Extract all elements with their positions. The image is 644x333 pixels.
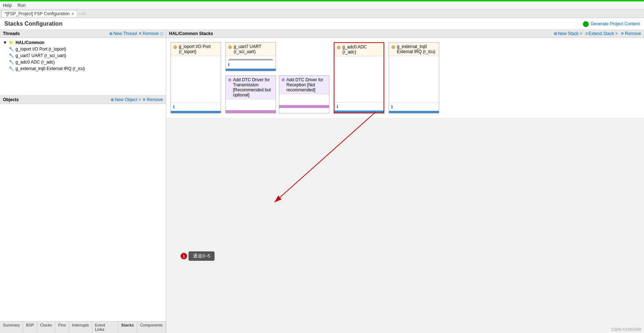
dtc-rx-footer <box>279 105 329 108</box>
tab-event-links[interactable]: Event Links <box>92 321 118 333</box>
remove-thread-button[interactable]: ✕ Remove <box>138 31 159 36</box>
menu-run[interactable]: Run <box>18 3 26 8</box>
tab-pins[interactable]: Pins <box>55 321 69 333</box>
threads-section-header: Threads ⊕ New Thread ✕ Remove □ <box>0 30 166 38</box>
new-object-button[interactable]: ⊕ New Object > <box>111 97 141 102</box>
stack-uart7-footer: ℹ <box>226 60 276 69</box>
new-thread-button[interactable]: ⊕ New Thread <box>109 31 137 36</box>
info-icon-uart7[interactable]: ℹ <box>228 62 230 67</box>
stack-uart7[interactable]: ⊕ g_uart7 UART (r_sci_uart) ℹ <box>225 42 276 71</box>
dtc-reception-title: Add DTC Driver for Reception [Not recomm… <box>286 77 327 92</box>
stack-adc0-header: ⊕ g_adc0 ADC (r_adc) <box>334 43 384 56</box>
stack-extirq-footer: ℹ <box>389 103 439 111</box>
main-tab[interactable]: *[FSP_Project] FSP Configuration ✕ <box>1 10 77 17</box>
menu-bar: Help Run <box>0 1 644 9</box>
tree-extirq[interactable]: 🔧 g_external_irq0 External IRQ (r_icu) <box>1 65 164 72</box>
stack-adc0-bar <box>334 111 384 113</box>
chip-icon-uart7: 🔧 <box>9 53 14 58</box>
stack-ioport-body <box>171 56 221 103</box>
tree-uart7-label: g_uart7 UART (r_sci_uart) <box>16 53 66 58</box>
stack-uart7-body <box>226 56 276 59</box>
stack-adc0-title: g_adc0 ADC (r_adc) <box>342 44 381 55</box>
chip-icon-extirq: 🔧 <box>9 66 14 71</box>
stack-ioport-bar <box>171 111 221 113</box>
stack-extirq[interactable]: ⊕ g_external_irq0 External IRQ (r_icu) ℹ <box>389 42 439 113</box>
window-maximize[interactable]: □ <box>83 12 85 16</box>
tree-extirq-label: g_external_irq0 External IRQ (r_icu) <box>16 66 85 71</box>
tab-stacks[interactable]: Stacks <box>118 321 137 333</box>
stack-extirq-title: g_external_irq0 External IRQ (r_icu) <box>397 44 437 54</box>
tree-uart7[interactable]: 🔧 g_uart7 UART (r_sci_uart) <box>1 52 164 59</box>
tab-close-icon[interactable]: ✕ <box>71 12 74 16</box>
extend-stack-button[interactable]: ≡ Extend Stack > <box>585 31 618 36</box>
objects-tree <box>0 104 166 321</box>
tab-components[interactable]: Components <box>137 321 166 333</box>
plus-icon-adc0: ⊕ <box>337 44 341 50</box>
threads-tree: ▼ 📁 HAL/Common 🔧 g_ioport I/O Port (r_io… <box>0 38 166 96</box>
generate-icon: ⬤ <box>583 20 589 27</box>
menu-help[interactable]: Help <box>3 3 12 8</box>
tab-bsp[interactable]: BSP <box>23 321 37 333</box>
stack-ioport-header: ⊕ g_ioport I/O Port (r_ioport) <box>171 43 221 56</box>
info-icon-extirq[interactable]: ℹ <box>391 104 393 109</box>
stack-adc0[interactable]: ⊕ g_adc0 ADC (r_adc) ℹ <box>334 42 384 113</box>
tab-label: *[FSP_Project] FSP Configuration <box>5 11 70 16</box>
hal-stacks-area: ⊕ g_ioport I/O Port (r_ioport) ℹ ⊕ g_uar… <box>166 38 644 333</box>
collapse-threads-button[interactable]: □ <box>160 31 163 36</box>
plus-icon-extirq: ⊕ <box>391 44 396 50</box>
objects-actions: ⊕ New Object > ✕ Remove <box>111 97 163 102</box>
left-panel: Threads ⊕ New Thread ✕ Remove □ ▼ 📁 HAL <box>0 30 166 333</box>
stack-uart7-title: g_uart7 UART (r_sci_uart) <box>234 44 273 54</box>
window-minimize[interactable]: ― <box>79 12 82 16</box>
generate-project-content-button[interactable]: ⬤ Generate Project Content <box>583 20 640 27</box>
stack-extirq-header: ⊕ g_external_irq0 External IRQ (r_icu) <box>389 43 439 56</box>
tab-interrupts[interactable]: Interrupts <box>69 321 92 333</box>
tree-ioport-label: g_ioport I/O Port (r_ioport) <box>16 47 66 52</box>
stack-ioport-footer: ℹ <box>171 103 221 111</box>
stack-adc0-body <box>334 56 384 102</box>
chip-icon-adc0: 🔧 <box>9 60 14 65</box>
watermark: CSDN ©2345VOR <box>611 328 641 332</box>
dtc-reception-header: ⊕ Add DTC Driver for Reception [Not reco… <box>279 76 329 94</box>
page-title: Stacks Configuration <box>4 21 62 27</box>
threads-label: Threads <box>3 31 20 36</box>
dtc-transmission[interactable]: ⊕ Add DTC Driver for Transmission [Recom… <box>225 75 276 113</box>
tree-hal-label: HAL/Common <box>16 40 44 45</box>
dtc-cards-row: ⊕ Add DTC Driver for Transmission [Recom… <box>225 75 329 113</box>
dtc-transmission-header: ⊕ Add DTC Driver for Transmission [Recom… <box>226 76 276 99</box>
remove-stack-icon: ✕ <box>621 31 624 36</box>
main-area: Threads ⊕ New Thread ✕ Remove □ ▼ 📁 HAL <box>0 30 644 333</box>
tree-ioport[interactable]: 🔧 g_ioport I/O Port (r_ioport) <box>1 46 164 52</box>
new-object-icon: ⊕ <box>111 97 114 102</box>
stack-uart7-header: ⊕ g_uart7 UART (r_sci_uart) <box>226 43 276 56</box>
collapse-icon: □ <box>160 31 163 36</box>
objects-label: Objects <box>3 97 19 102</box>
stack-ioport[interactable]: ⊕ g_ioport I/O Port (r_ioport) ℹ <box>170 42 221 113</box>
threads-actions: ⊕ New Thread ✕ Remove □ <box>109 31 163 36</box>
dtc-tx-body <box>226 99 276 110</box>
tab-clocks[interactable]: Clocks <box>37 321 55 333</box>
tree-adc0-label: g_adc0 ADC (r_adc) <box>16 60 55 65</box>
new-stack-button[interactable]: ⊕ New Stack > <box>554 31 583 36</box>
plus-icon-ioport: ⊕ <box>173 44 177 50</box>
right-panel: HAL/Common Stacks ⊕ New Stack > ≡ Extend… <box>166 30 644 333</box>
dtc-rx-body <box>279 94 329 105</box>
plus-icon-dtc-tx: ⊕ <box>228 77 232 82</box>
generate-label: Generate Project Content <box>591 21 640 26</box>
remove-stack-button[interactable]: ✕ Remove <box>621 31 641 36</box>
chip-icon-ioport: 🔧 <box>9 47 14 52</box>
tab-summary[interactable]: Summary <box>0 321 23 333</box>
hal-actions: ⊕ New Stack > ≡ Extend Stack > ✕ Remove <box>554 31 641 36</box>
remove-object-button[interactable]: ✕ Remove <box>142 97 163 102</box>
info-icon-adc0[interactable]: ℹ <box>337 104 338 109</box>
info-icon-ioport[interactable]: ℹ <box>173 104 175 109</box>
dtc-reception[interactable]: ⊕ Add DTC Driver for Reception [Not reco… <box>279 75 329 113</box>
stack-extirq-bar <box>389 111 439 113</box>
tree-expand-icon: ▼ <box>3 40 7 45</box>
tree-adc0[interactable]: 🔧 g_adc0 ADC (r_adc) <box>1 59 164 65</box>
remove-object-icon: ✕ <box>142 97 146 102</box>
folder-icon: 📁 <box>9 40 14 45</box>
tree-hal-common[interactable]: ▼ 📁 HAL/Common <box>1 39 164 46</box>
title-bar: Stacks Configuration ⬤ Generate Project … <box>0 18 644 30</box>
hal-header: HAL/Common Stacks ⊕ New Stack > ≡ Extend… <box>166 30 644 38</box>
